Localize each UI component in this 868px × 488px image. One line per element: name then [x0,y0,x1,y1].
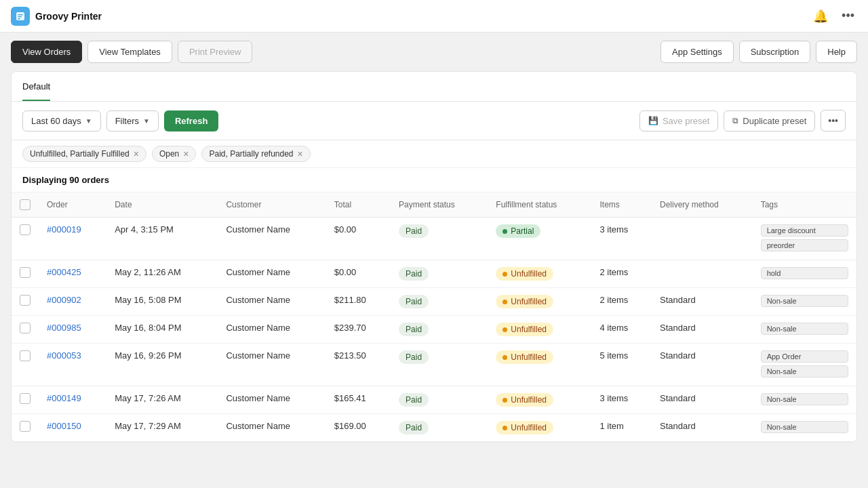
fulfillment-status-badge: Unfulfilled [496,267,553,281]
table-header-row: Order Date Customer Total Payment status… [12,192,856,218]
payment-status-badge: Paid [399,224,429,238]
view-orders-button[interactable]: View Orders [11,41,82,63]
payment-status-badge: Paid [399,421,429,434]
main-content: Default Last 60 days ▼ Filters ▼ Refresh… [11,71,857,443]
order-delivery [652,218,753,260]
view-templates-button[interactable]: View Templates [87,41,172,63]
filter-tag-payment[interactable]: Paid, Partially refunded × [201,146,310,162]
top-bar: Groovy Printer 🔔 ••• [0,0,868,33]
header-tags: Tags [753,192,856,218]
row-checkbox[interactable] [20,224,31,235]
close-icon[interactable]: × [134,149,139,159]
tag-badge: Large discount [761,224,848,237]
status-dot [502,355,507,360]
svg-rect-1 [18,14,23,16]
order-total: $165.41 [326,386,391,414]
date-filter-dropdown[interactable]: Last 60 days ▼ [22,110,101,131]
fulfillment-status-badge: Unfulfilled [496,421,553,434]
order-customer: Customer Name [218,260,326,288]
order-items: 2 items [591,288,652,316]
payment-status-cell: Paid [391,386,488,414]
nav-right: App Settings Subscription Help [660,41,857,63]
order-number[interactable]: #000150 [47,421,81,431]
order-number[interactable]: #000425 [47,267,81,277]
filters-dropdown[interactable]: Filters ▼ [106,110,159,131]
print-preview-button[interactable]: Print Preview [178,41,253,63]
bell-icon[interactable]: 🔔 [810,6,831,26]
header-checkbox-col [12,192,39,218]
app-branding: Groovy Printer [11,7,102,26]
more-menu-button[interactable]: ••• [821,110,846,131]
order-tags: Non-sale [753,288,856,316]
app-settings-button[interactable]: App Settings [660,41,734,63]
row-checkbox[interactable] [20,267,31,278]
app-name: Groovy Printer [35,11,102,22]
svg-rect-3 [18,18,20,20]
tabs-bar: Default [12,72,856,102]
order-items: 2 items [591,260,652,288]
order-date: Apr 4, 3:15 PM [106,218,218,260]
header-total: Total [326,192,391,218]
order-tags: App OrderNon-sale [753,344,856,386]
table-row: #000149May 17, 7:26 AMCustomer Name$165.… [12,386,856,414]
save-preset-label: Save preset [663,116,709,126]
row-checkbox[interactable] [20,393,31,404]
table-row: #000150May 17, 7:29 AMCustomer Name$169.… [12,414,856,442]
row-checkbox[interactable] [20,350,31,361]
save-preset-button[interactable]: 💾 Save preset [639,110,718,131]
tab-default[interactable]: Default [22,72,50,101]
filter-tag-fulfillment[interactable]: Unfulfilled, Partially Fulfilled × [22,146,146,162]
help-button[interactable]: Help [816,41,857,63]
order-number[interactable]: #000053 [47,350,81,361]
row-checkbox[interactable] [20,421,31,432]
more-options-icon[interactable]: ••• [839,6,857,26]
payment-status-badge: Paid [399,393,429,407]
close-icon[interactable]: × [183,149,189,159]
status-dot [502,272,507,277]
payment-status-badge: Paid [399,267,429,281]
row-checkbox[interactable] [20,323,31,333]
status-dot [502,229,507,234]
fulfillment-status-badge: Partial [496,224,540,238]
tag-badge: hold [761,267,848,279]
payment-status-cell: Paid [391,288,488,316]
order-items: 1 item [591,414,652,442]
orders-table: Order Date Customer Total Payment status… [12,192,856,442]
duplicate-preset-button[interactable]: ⧉ Duplicate preset [724,110,815,131]
payment-status-cell: Paid [391,218,488,260]
payment-status-badge: Paid [399,323,429,336]
close-icon[interactable]: × [298,149,303,159]
table-row: #000019Apr 4, 3:15 PMCustomer Name$0.00P… [12,218,856,260]
refresh-button[interactable]: Refresh [164,110,218,131]
order-items: 4 items [591,316,652,344]
duplicate-preset-label: Duplicate preset [743,116,806,126]
order-total: $0.00 [326,218,391,260]
status-dot [502,426,507,430]
select-all-checkbox[interactable] [20,199,31,210]
filter-tag-fulfillment-label: Unfulfilled, Partially Fulfilled [30,149,130,159]
toolbar: Last 60 days ▼ Filters ▼ Refresh 💾 Save … [12,102,856,140]
order-date: May 2, 11:26 AM [106,260,218,288]
order-items: 3 items [591,386,652,414]
order-tags: hold [753,260,856,288]
header-customer: Customer [218,192,326,218]
order-total: $211.80 [326,288,391,316]
header-payment-status: Payment status [391,192,488,218]
filter-tag-status[interactable]: Open × [152,146,197,162]
date-filter-label: Last 60 days [31,116,81,126]
tag-badge: Non-sale [761,393,848,405]
order-items: 5 items [591,344,652,386]
order-delivery: Standard [652,414,753,442]
order-number[interactable]: #000149 [47,393,81,403]
order-number[interactable]: #000985 [47,323,81,333]
duplicate-icon: ⧉ [732,116,738,125]
order-count: Displaying 90 orders [12,168,856,192]
filter-tag-status-label: Open [159,149,179,159]
fulfillment-status-cell: Unfulfilled [488,288,591,316]
top-bar-actions: 🔔 ••• [810,6,857,26]
subscription-button[interactable]: Subscription [739,41,811,63]
row-checkbox[interactable] [20,295,31,306]
order-total: $239.70 [326,316,391,344]
order-number[interactable]: #000019 [47,224,81,235]
order-number[interactable]: #000902 [47,295,81,305]
